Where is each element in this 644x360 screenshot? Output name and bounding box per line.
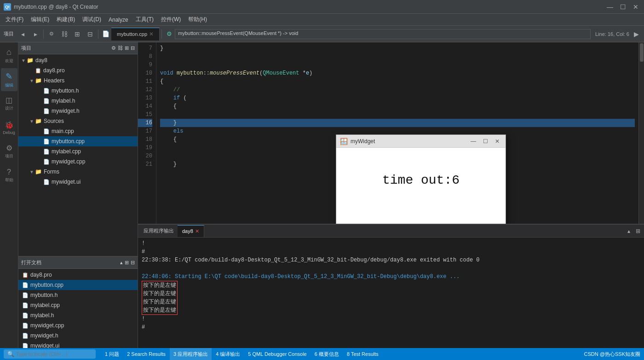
sidebar-icon-design[interactable]: ◫ 设计 [1,92,17,115]
statusbar-right: CSDN @热心SSK知友圈 [584,351,640,358]
cpp-file-icon3: 📄 [43,149,50,155]
open-doc-day8pro[interactable]: 📋 day8.pro [18,270,138,280]
dialog-close[interactable]: ✕ [493,137,502,146]
search-input[interactable] [16,351,90,357]
tree-item-headers[interactable]: ▼ 📁 Headers [18,75,138,86]
dialog-line1: time out:6 [382,173,460,187]
doc-label-mylabel-h: mylabel.h [30,312,54,319]
h-file-icon2: 📄 [43,98,50,104]
tree-item-forms[interactable]: ▼ 📁 Forms [18,167,138,177]
menu-controls[interactable]: 控件(W) [157,15,184,24]
tree-item-day8pro[interactable]: ▶ 📋 day8.pro [18,65,138,75]
status-summary[interactable]: 6 概要信息 [311,348,343,360]
tree-item-mywidget-h[interactable]: ▶ 📄 mywidget.h [18,106,138,116]
menu-analyze[interactable]: Analyze [105,16,132,24]
toolbar-sep1 [43,29,44,39]
status-problems[interactable]: 1 问题 [101,348,123,360]
minimize-button[interactable]: — [605,2,615,12]
sidebar-icon-project[interactable]: ⚙ 项目 [1,140,17,163]
bottom-panel-expand-icon[interactable]: ⊞ [634,228,642,234]
tree-item-mywidget-cpp[interactable]: ▶ 📄 mywidget.cpp [18,157,138,167]
doc-label-mywidget-ui: mywidget.ui [30,343,59,348]
dialog-maximize[interactable]: ☐ [481,137,490,146]
status-app-output[interactable]: 3 应用程序输出 [170,348,212,360]
file-icon: 📄 [102,30,109,37]
open-doc-mybutton-h[interactable]: 📄 mybutton.h [18,290,138,300]
tab-close-button[interactable]: ✕ [149,31,154,37]
doc-icon-mywidget-cpp: 📄 [22,323,29,329]
doc-label-mylabel-cpp: mylabel.cpp [30,302,60,308]
project-label: 项目 [2,30,16,37]
tree-item-mybutton-h[interactable]: ▶ 📄 mybutton.h [18,86,138,96]
cpp-file-icon2: 📄 [43,139,50,145]
open-docs-arrow-icon[interactable]: ▴ [120,260,123,266]
toolbar-link[interactable]: ⛓ [58,28,70,40]
open-doc-mywidget-cpp[interactable]: 📄 mywidget.cpp [18,320,138,331]
window-title: mybutton.cpp @ day8 - Qt Creator [14,4,605,10]
expand-icon[interactable]: ⊞ [125,45,129,51]
sidebar-icons: ⌂ 欢迎 ✎ 编辑 ◫ 设计 🐞 Debug ⚙ 项目 ? 帮助 [0,42,18,348]
sidebar-icon-debug[interactable]: 🐞 Debug [1,116,17,139]
dialog-text-area: time out:6 time out:14 [336,148,506,224]
sidebar-icon-welcome[interactable]: ⌂ 欢迎 [1,44,17,67]
menu-build[interactable]: 构建(B) [53,15,79,24]
open-doc-mywidget-h[interactable]: 📄 mywidget.h [18,331,138,341]
bottom-tab-day8[interactable]: day8 ✕ [178,225,204,237]
link-icon[interactable]: ⛓ [118,45,123,51]
status-compile-output[interactable]: 4 编译输出 [212,348,244,360]
open-doc-mybutton-cpp[interactable]: 📄 mybutton.cpp [18,280,138,290]
maximize-button[interactable]: ☐ [618,2,627,12]
tree-item-mywidget-ui[interactable]: ▶ 📄 mywidget.ui [18,177,138,187]
status-qml-debug[interactable]: 5 QML Debugger Console [244,348,310,360]
toolbar-collapse[interactable]: ⊟ [84,28,96,40]
tree-item-mylabel-cpp[interactable]: ▶ 📄 mylabel.cpp [18,146,138,157]
cpp-file-icon1: 📄 [43,128,50,134]
bottom-tab-label: day8 [182,228,193,234]
editor-tab-mybutton[interactable]: mybutton.cpp ✕ [111,28,160,41]
toolbar-back[interactable]: ◂ [17,28,29,40]
tree-item-day8[interactable]: ▼ 📁 day8 [18,55,138,65]
doc-label-mybutton-h: mybutton.h [30,292,58,298]
sidebar-icon-edit[interactable]: ✎ 编辑 [1,68,17,91]
tree-label-mybutton-h: mybutton.h [52,87,79,94]
sidebar-icon-help[interactable]: ? 帮助 [1,164,17,187]
menu-file[interactable]: 文件(F) [2,15,27,24]
close-button[interactable]: ✕ [631,2,640,12]
tree-label-main-cpp: main.cpp [52,128,74,134]
editor-scrollbar[interactable] [638,42,644,224]
location-bar[interactable]: mybutton::mousePressEvent(QMouseEvent *)… [175,29,591,39]
toolbar-forward[interactable]: ▸ [29,28,41,40]
tree-item-sources[interactable]: ▼ 📁 Sources [18,116,138,126]
statusbar-search[interactable]: 🔍 [4,349,96,359]
toolbar-filter[interactable]: ⚙ [46,28,58,40]
open-doc-mylabel-cpp[interactable]: 📄 mylabel.cpp [18,300,138,310]
menu-tools[interactable]: 工具(T) [132,15,157,24]
open-docs-collapse-icon[interactable]: ⊟ [131,260,135,266]
filter-icon[interactable]: ⚙ [111,45,116,51]
open-doc-mywidget-ui[interactable]: 📄 mywidget.ui [18,341,138,348]
menu-help[interactable]: 帮助(H) [184,15,211,24]
collapse-icon[interactable]: ⊟ [131,45,135,51]
menu-edit[interactable]: 编辑(E) [27,15,53,24]
open-docs-expand-icon[interactable]: ⊞ [125,260,129,266]
bottom-panel-up-icon[interactable]: ▴ [626,228,632,234]
dialog-minimize[interactable]: — [469,137,478,146]
open-doc-mylabel-h[interactable]: 📄 mylabel.h [18,310,138,320]
toolbar-right-arrow[interactable]: ▶ [630,28,642,40]
status-search-results[interactable]: 2 Search Results [123,348,169,360]
tree-item-mybutton-cpp[interactable]: ▶ 📄 mybutton.cpp [18,136,138,146]
arrow-icon-headers: ▼ [29,78,35,83]
dialog-window: 🪟 myWidget — ☐ ✕ time out:6 time out:14 … [336,134,506,224]
output-line-4 [142,264,640,273]
doc-label-mybutton-cpp: mybutton.cpp [30,282,63,288]
tree-item-main-cpp[interactable]: ▶ 📄 main.cpp [18,126,138,136]
pro-file-icon: 📋 [35,68,41,74]
file-tree-panel: 项目 ⚙ ⛓ ⊞ ⊟ ▼ 📁 day8 [18,42,138,256]
tree-item-mylabel-h[interactable]: ▶ 📄 mylabel.h [18,96,138,106]
toolbar-expand[interactable]: ⊞ [71,28,83,40]
bottom-tab-close[interactable]: ✕ [195,228,199,234]
menu-debug[interactable]: 调试(D) [79,15,105,24]
folder-icon: 📁 [27,57,34,64]
status-test-results[interactable]: 8 Test Results [343,348,382,360]
help-icon: ? [7,168,11,176]
